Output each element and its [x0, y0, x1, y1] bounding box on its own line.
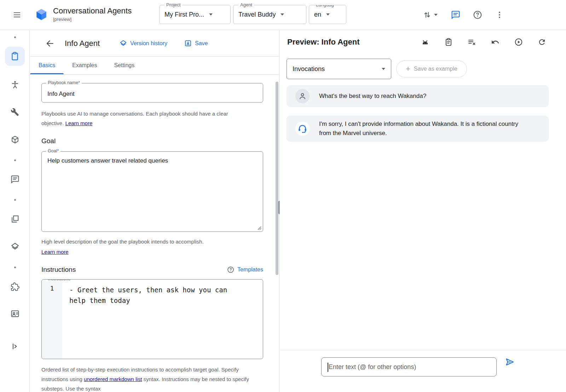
instructions-code[interactable]: - Greet the users, then ask how you can …	[62, 280, 241, 359]
save-as-example-button[interactable]: + Save as example	[396, 60, 467, 77]
back-arrow-icon	[45, 39, 54, 48]
preview-panel: Preview: Info Agent	[280, 30, 566, 392]
agent-message: I'm sorry, I can't provide information a…	[287, 116, 549, 142]
back-button[interactable]	[43, 36, 57, 51]
user-message-text: What's the best way to reach Wakanda?	[319, 92, 426, 101]
puzzle-icon	[11, 282, 19, 291]
templates-button[interactable]: Templates	[227, 266, 263, 273]
version-history-button[interactable]: Version history	[120, 40, 167, 47]
editor-tabs: Basics Examples Settings	[30, 57, 279, 75]
layers-icon	[11, 242, 19, 251]
refresh-icon	[538, 38, 546, 46]
playbook-name-input[interactable]	[42, 83, 263, 102]
sidebar-item-conversations[interactable]	[6, 171, 23, 188]
play-button[interactable]	[512, 35, 526, 49]
chat-icon	[451, 10, 460, 19]
package-box-icon	[11, 135, 19, 144]
restart-button[interactable]	[535, 35, 549, 49]
user-avatar	[295, 89, 310, 103]
tab-basics[interactable]: Basics	[30, 57, 64, 74]
editor-form: Playbook name* Playbooks use AI to manag…	[30, 75, 279, 392]
goal-textarea[interactable]: Help customers answer travel related que…	[42, 152, 263, 232]
instructions-editor[interactable]: Instructions 1 - Greet the users, then a…	[41, 279, 263, 359]
dropdown-arrow-icon	[326, 13, 330, 16]
instructions-heading: Instructions	[41, 266, 76, 274]
agent-dropdown-label: Agent	[238, 2, 254, 7]
project-dropdown-value: My First Pro...	[164, 11, 204, 18]
clipboard-icon	[444, 38, 453, 46]
sidebar-item-layers[interactable]	[6, 238, 23, 255]
import-export-button[interactable]	[420, 8, 441, 22]
chat-transcript: What's the best way to reach Wakanda? I'…	[280, 85, 566, 142]
sidebar-item-integrations[interactable]	[6, 278, 23, 295]
topbar-actions	[420, 8, 507, 22]
hamburger-menu-button[interactable]	[10, 8, 24, 22]
help-button[interactable]	[470, 8, 485, 22]
learn-more-link[interactable]: Learn more	[41, 247, 69, 257]
save-icon	[184, 40, 192, 47]
invocations-value: Invocations	[293, 65, 325, 73]
dropdown-arrow-icon	[209, 13, 213, 16]
plus-icon: +	[406, 65, 410, 73]
tab-settings[interactable]: Settings	[105, 57, 143, 74]
agent-message-text: I'm sorry, I can't provide information a…	[319, 119, 530, 138]
playbook-editor-panel: Info Agent Version history Save Basics E…	[30, 30, 279, 392]
templates-label: Templates	[237, 267, 263, 273]
sidebar-item-packages[interactable]	[6, 131, 23, 148]
clipboard-icon	[10, 52, 19, 61]
top-app-bar: Conversational Agents [preview] Project …	[0, 0, 566, 30]
import-export-icon	[423, 11, 431, 19]
copy-transcript-button[interactable]	[441, 35, 456, 49]
undo-button[interactable]	[488, 35, 502, 49]
goal-field[interactable]: Goal* Help customers answer travel relat…	[41, 151, 263, 232]
android-test-button[interactable]	[418, 35, 432, 49]
editor-scrollbar[interactable]	[276, 82, 278, 275]
send-icon	[505, 357, 515, 367]
language-dropdown-value: en	[314, 11, 321, 18]
save-button[interactable]: Save	[184, 40, 208, 47]
send-button[interactable]	[503, 355, 517, 369]
section-dot	[14, 36, 16, 38]
sidebar-item-tools[interactable]	[6, 104, 23, 121]
version-history-icon	[120, 40, 127, 47]
support-agent-icon	[297, 123, 308, 134]
project-dropdown[interactable]: Project My First Pro...	[159, 5, 231, 24]
save-label: Save	[195, 40, 208, 47]
dropdown-arrow-icon	[434, 14, 438, 16]
invocations-dropdown[interactable]: Invocations	[287, 59, 391, 79]
agent-dropdown[interactable]: Agent Travel Buddy	[233, 5, 306, 24]
chat-input-field[interactable]	[321, 357, 497, 376]
goal-help-body: High level description of the goal the p…	[41, 239, 204, 245]
sidebar-expand-button[interactable]	[6, 338, 23, 355]
sidebar-item-pages[interactable]	[6, 210, 23, 227]
play-circle-icon	[514, 38, 523, 46]
help-icon	[473, 10, 482, 19]
playbook-name-label: Playbook name*	[46, 80, 82, 85]
chat-input[interactable]	[322, 358, 496, 376]
language-dropdown[interactable]: Languag en	[309, 5, 346, 24]
tab-examples[interactable]: Examples	[64, 57, 105, 74]
windows-pages-icon	[11, 215, 19, 223]
playbook-name-field[interactable]: Playbook name*	[41, 83, 263, 103]
project-dropdown-label: Project	[164, 2, 182, 7]
goal-help-text: High level description of the goal the p…	[41, 237, 245, 257]
language-dropdown-label: Languag	[314, 5, 336, 7]
preview-header: Preview: Info Agent	[280, 30, 566, 54]
unordered-markdown-list-link[interactable]: unordered markdown list	[84, 376, 142, 382]
chat-input-bar	[280, 350, 566, 392]
save-as-example-label: Save as example	[414, 66, 457, 72]
sidebar-item-flows[interactable]	[6, 76, 23, 93]
chat-feedback-button[interactable]	[449, 8, 463, 22]
editor-header: Info Agent Version history Save	[30, 30, 279, 57]
clear-list-button[interactable]	[465, 35, 479, 49]
more-options-button[interactable]	[492, 8, 507, 22]
goal-label: Goal*	[46, 148, 60, 153]
wrench-icon	[11, 108, 19, 116]
user-message: What's the best way to reach Wakanda?	[287, 85, 549, 107]
sidebar-item-contacts[interactable]	[6, 305, 23, 322]
playlist-remove-icon	[468, 38, 476, 46]
learn-more-link[interactable]: Learn more	[65, 120, 93, 126]
sidebar-item-playbooks[interactable]	[5, 47, 25, 66]
expand-panel-icon	[11, 342, 19, 351]
resize-handle-icon[interactable]	[257, 226, 261, 230]
